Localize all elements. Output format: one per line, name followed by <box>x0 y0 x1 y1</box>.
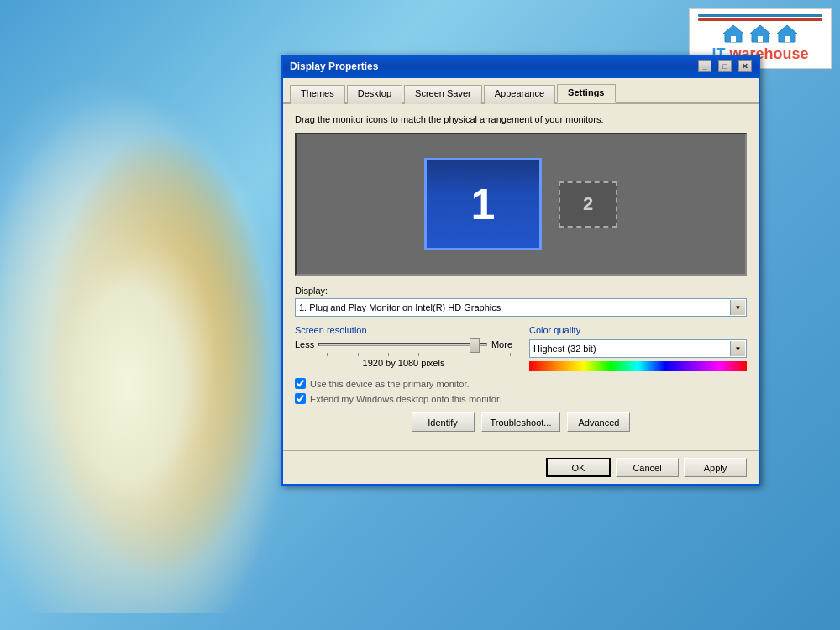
settings-row: Screen resolution Less More <box>295 325 747 371</box>
svg-rect-3 <box>758 36 763 42</box>
house-icon-1 <box>722 24 745 44</box>
house-icon-2 <box>748 24 772 44</box>
house-icon-3 <box>775 24 799 44</box>
primary-monitor-checkbox[interactable] <box>295 378 306 389</box>
display-field-group: Display: 1. Plug and Play Monitor on Int… <box>295 286 747 317</box>
display-label: Display: <box>295 286 747 296</box>
color-quality-dropdown-wrapper: Highest (32 bit) Medium (16 bit) Low (8 … <box>529 339 747 358</box>
bottom-buttons: OK Cancel Apply <box>283 450 759 484</box>
tick-5 <box>418 353 419 356</box>
logo-houses <box>698 24 822 44</box>
resolution-value: 1920 by 1080 pixels <box>295 358 512 368</box>
color-quality-col: Color quality Highest (32 bit) Medium (1… <box>529 325 747 371</box>
tick-6 <box>449 353 449 356</box>
tab-desktop[interactable]: Desktop <box>347 85 402 104</box>
primary-monitor-checkbox-row: Use this device as the primary monitor. <box>295 378 747 389</box>
troubleshoot-button[interactable]: Troubleshoot... <box>481 412 561 432</box>
minimize-button[interactable]: _ <box>698 60 711 72</box>
dialog-titlebar: Display Properties _ □ ✕ <box>283 55 759 78</box>
close-button[interactable]: ✕ <box>738 60 752 72</box>
identify-button[interactable]: Identify <box>412 412 475 432</box>
display-dropdown-wrapper: 1. Plug and Play Monitor on Intel(R) HD … <box>295 298 747 317</box>
svg-rect-1 <box>731 36 736 42</box>
resolution-slider-track[interactable] <box>318 343 487 346</box>
display-dropdown[interactable]: 1. Plug and Play Monitor on Intel(R) HD … <box>295 298 747 317</box>
instruction-text: Drag the monitor icons to match the phys… <box>295 114 747 124</box>
tick-2 <box>327 353 328 356</box>
tick-7 <box>480 353 480 356</box>
tab-bar: Themes Desktop Screen Saver Appearance S… <box>283 78 759 104</box>
resolution-slider-thumb[interactable] <box>470 338 480 353</box>
dialog-body: Drag the monitor icons to match the phys… <box>283 104 759 450</box>
tick-1 <box>297 353 297 356</box>
extend-desktop-checkbox[interactable] <box>295 393 306 404</box>
slider-ticks <box>295 353 512 356</box>
dialog-title: Display Properties <box>290 60 691 72</box>
logo-line-bottom <box>698 18 822 21</box>
ok-button[interactable]: OK <box>546 458 611 477</box>
monitor-1-icon[interactable]: 1 <box>424 158 542 250</box>
extend-desktop-label: Extend my Windows desktop onto this moni… <box>310 394 501 404</box>
monitor-2-icon[interactable]: 2 <box>559 181 617 228</box>
restore-button[interactable]: □ <box>718 60 732 72</box>
advanced-button[interactable]: Advanced <box>567 412 630 432</box>
tab-settings[interactable]: Settings <box>557 84 615 103</box>
slider-less-label: Less <box>295 339 314 349</box>
screen-resolution-col: Screen resolution Less More <box>295 325 512 371</box>
tab-appearance[interactable]: Appearance <box>484 85 555 104</box>
color-bar <box>529 361 747 371</box>
logo-lines <box>698 14 822 21</box>
action-buttons-row: Identify Troubleshoot... Advanced <box>295 408 747 432</box>
tick-8 <box>510 353 511 356</box>
display-properties-dialog: Display Properties _ □ ✕ Themes Desktop … <box>281 55 760 486</box>
cancel-button[interactable]: Cancel <box>616 458 679 477</box>
color-quality-dropdown[interactable]: Highest (32 bit) Medium (16 bit) Low (8 … <box>529 339 747 358</box>
logo-line-top <box>698 14 822 17</box>
slider-container: Less More <box>295 339 512 349</box>
slider-more-label: More <box>491 339 512 349</box>
color-quality-title: Color quality <box>529 325 747 335</box>
tick-3 <box>358 353 359 356</box>
extend-desktop-checkbox-row: Extend my Windows desktop onto this moni… <box>295 393 747 404</box>
svg-rect-5 <box>785 36 790 42</box>
screen-resolution-title: Screen resolution <box>295 325 512 335</box>
tick-4 <box>388 353 389 356</box>
tab-themes[interactable]: Themes <box>290 85 345 104</box>
apply-button[interactable]: Apply <box>684 458 747 477</box>
monitor-preview-area: 1 2 <box>295 133 747 276</box>
primary-monitor-label: Use this device as the primary monitor. <box>310 379 470 389</box>
tab-screensaver[interactable]: Screen Saver <box>404 85 482 104</box>
